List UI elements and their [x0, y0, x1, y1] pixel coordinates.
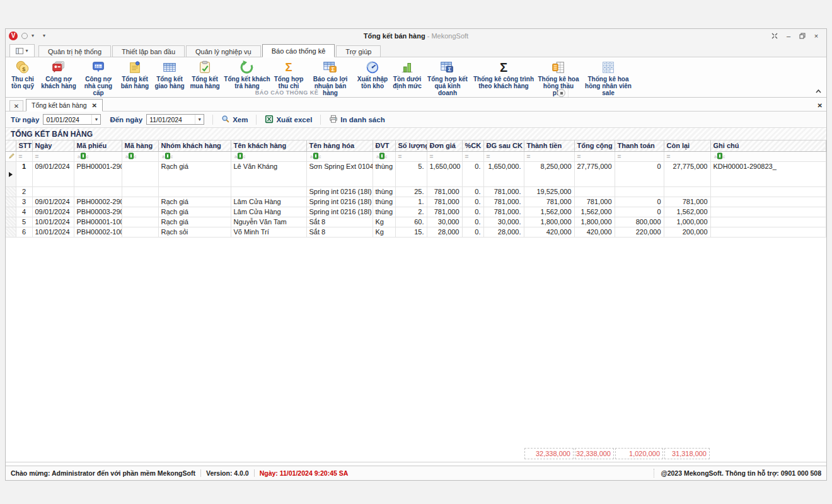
app-window: V ▾ ▾ Tổng kết bán hàng - MekongSoft – ×… [5, 28, 827, 481]
document-tab-active[interactable]: Tổng kết bán hàng ✕ [26, 99, 103, 112]
excel-icon [265, 115, 274, 125]
column-header-7[interactable]: Tên hàng hóa [306, 140, 373, 151]
column-header-1[interactable]: STT [16, 140, 32, 151]
table-row[interactable]: 109/01/2024PBH00001-290...Rạch giáLê Văn… [6, 161, 826, 186]
ribbon-tab-2[interactable]: Thiết lập ban đầu [112, 45, 185, 57]
cell: 220,000 [615, 227, 664, 237]
ribbon-item-sales-note[interactable]: Tổng kết bán hàng [118, 59, 152, 90]
filter-cell[interactable]: = [462, 151, 483, 161]
filter-cell[interactable]: = [483, 151, 524, 161]
filter-cell[interactable]: = [32, 151, 74, 161]
ribbon-tab-3[interactable]: Quản lý nghiệp vụ [186, 45, 261, 57]
column-header-16[interactable]: Còn lại [664, 140, 710, 151]
ribbon-item-project-sigma[interactable]: ΣThống kê công trình theo khách hàng [471, 59, 536, 90]
column-header-6[interactable]: Tên khách hàng [231, 140, 306, 151]
column-header-17[interactable]: Ghi chú [710, 140, 826, 151]
quick-access-toolbar: V ▾ ▾ [6, 32, 45, 40]
filter-cell[interactable]: = [427, 151, 462, 161]
from-date-input[interactable]: 01/01/2024 ▼ [43, 114, 101, 125]
chevron-down-icon[interactable]: ▼ [91, 115, 100, 124]
table-row[interactable]: 309/01/2024PBH00002-290...Rạch giáLâm Cử… [6, 197, 826, 207]
column-header-10[interactable]: Đơn giá [427, 140, 462, 151]
column-header-8[interactable]: ĐVT [373, 140, 395, 151]
filter-cell[interactable]: = [615, 151, 664, 161]
ribbon-item-delivery-grid[interactable]: Tổng kết giao hàng [152, 59, 187, 90]
filter-cell[interactable]: ac [710, 151, 826, 161]
window-style-icon[interactable] [768, 31, 781, 41]
ribbon-item-label: Tồn dưới định mức [391, 76, 423, 89]
chevron-down-icon[interactable]: ▾ [32, 33, 34, 38]
column-header-11[interactable]: %CK [462, 140, 483, 151]
filter-cell[interactable]: = [664, 151, 710, 161]
column-header-9[interactable]: Số lượng [395, 140, 427, 151]
equals-filter-icon: = [487, 153, 490, 160]
column-header-13[interactable]: Thành tiền [524, 140, 574, 151]
filter-cell[interactable]: = [16, 151, 32, 161]
close-document-button[interactable]: ✕ [818, 102, 823, 109]
svg-text:c: c [86, 153, 88, 159]
column-header-3[interactable]: Mã phiếu [74, 140, 122, 151]
ribbon-tab-1[interactable]: Quản trị hệ thống [38, 45, 111, 57]
cell: 19,525,000 [524, 186, 574, 197]
filter-cell[interactable]: ac [373, 151, 395, 161]
row-indicator [6, 207, 16, 217]
column-header-2[interactable]: Ngày [32, 140, 74, 151]
ribbon-item-cashflow-sigma[interactable]: ΣTổng hợp thu chi [272, 59, 306, 90]
cell: 781,000. [483, 197, 524, 207]
svg-text:a: a [162, 153, 165, 159]
ribbon-item-label: Tổng kết giao hàng [153, 76, 186, 89]
table-row[interactable]: 409/01/2024PBH00003-290...Rạch giáLâm Cử… [6, 207, 826, 217]
column-header-15[interactable]: Thanh toán [615, 140, 664, 151]
column-header-4[interactable]: Mã hàng [122, 140, 158, 151]
cell: thùng [373, 186, 395, 197]
group-dialog-launcher-icon[interactable] [557, 89, 565, 97]
table-row[interactable]: 510/01/2024PBH00001-100...Rạch giáNguyễn… [6, 217, 826, 227]
ribbon-tab-4[interactable]: Báo cáo thống kê [262, 44, 335, 57]
column-header-14[interactable]: Tổng cộng [574, 140, 615, 151]
app-logo-icon[interactable]: V [9, 32, 18, 40]
cell: Lê Văn Kháng [231, 161, 306, 186]
table-row[interactable]: 610/01/2024PBH00002-100...Rạch sỏiVõ Min… [6, 227, 826, 237]
low-stock-bars-icon [400, 60, 415, 75]
print-list-button[interactable]: In danh sách [329, 115, 384, 125]
collapse-ribbon-button[interactable] [816, 84, 821, 96]
skin-circle-icon[interactable] [21, 33, 28, 39]
cell: 781,000 [664, 197, 710, 207]
restore-button[interactable] [796, 31, 809, 41]
cell: 0. [462, 207, 483, 217]
chevron-down-icon[interactable]: ▼ [195, 115, 204, 124]
app-menu-button[interactable]: ▾ [9, 44, 35, 57]
ribbon-tab-5[interactable]: Trợ giúp [336, 45, 381, 57]
filter-cell[interactable]: = [574, 151, 615, 161]
minimize-button[interactable]: – [782, 31, 795, 41]
total-value: 32,338,000 [575, 448, 614, 459]
filter-cell[interactable]: = [395, 151, 427, 161]
ribbon-item-returns-refresh[interactable]: Tổng kết khách trả hàng [222, 59, 272, 90]
ribbon-item-purchase-clipboard[interactable]: Tổng kết mua hàng [187, 59, 222, 90]
table-body: ==acacacacacac========ac109/01/2024PBH00… [6, 151, 826, 237]
filter-cell[interactable]: ac [306, 151, 373, 161]
filter-cell[interactable]: = [524, 151, 574, 161]
filter-cell[interactable]: ac [74, 151, 122, 161]
export-excel-button[interactable]: Xuất excel [265, 115, 312, 125]
column-header-5[interactable]: Nhóm khách hàng [158, 140, 231, 151]
profit-table-sigma-icon: Σ [323, 60, 338, 75]
close-icon[interactable]: ✕ [92, 102, 97, 109]
cell: 781,000 [427, 186, 462, 197]
to-date-input[interactable]: 11/01/2024 ▼ [146, 114, 204, 125]
ribbon-item-inventory-gauge[interactable]: Xuất nhập tồn kho [355, 59, 390, 90]
filter-cell[interactable]: ac [158, 151, 231, 161]
view-button[interactable]: Xem [221, 115, 248, 125]
close-button[interactable]: × [810, 31, 823, 41]
customize-toolbar-icon[interactable]: ▾ [43, 33, 45, 38]
filter-cell[interactable]: ac [231, 151, 306, 161]
cell: 0 [615, 161, 664, 186]
column-header-12[interactable]: ĐG sau CK [483, 140, 524, 151]
ribbon-item-sales-commission-grid[interactable]: Thống kê hoa hồng nhân viên sale [581, 59, 636, 97]
ribbon-item-coins[interactable]: $Thu chi tồn quỹ [7, 59, 38, 90]
table-row[interactable]: 2Spring int 0216 (18l)thùng25.781,0000.7… [6, 186, 826, 197]
ribbon-item-customer-debt[interactable]: Công nợ khách hàng [38, 59, 79, 90]
filter-cell[interactable]: ac [122, 151, 158, 161]
close-tab-left-button[interactable]: ✕ [9, 100, 23, 112]
ribbon-item-low-stock-bars[interactable]: Tồn dưới định mức [390, 59, 424, 90]
